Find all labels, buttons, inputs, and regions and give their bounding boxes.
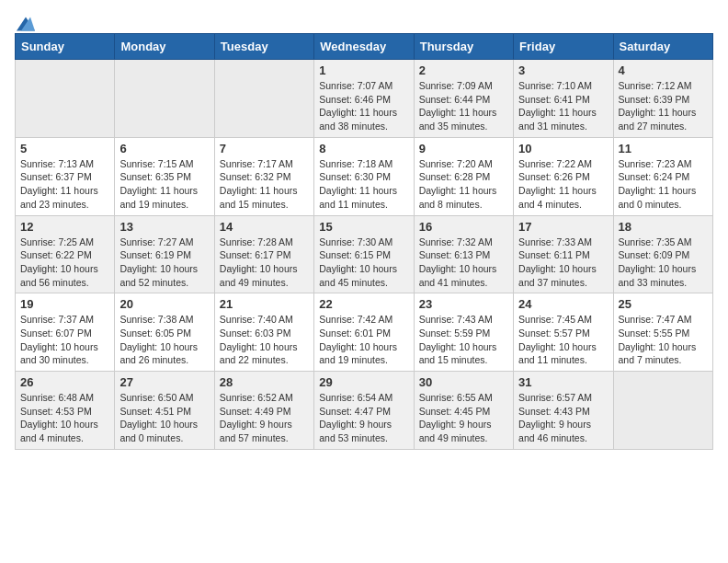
cell-content: Sunrise: 6:50 AM Sunset: 4:51 PM Dayligh… bbox=[119, 391, 209, 445]
cell-content: Sunrise: 7:40 AM Sunset: 6:03 PM Dayligh… bbox=[220, 313, 309, 367]
calendar-cell: 11Sunrise: 7:23 AM Sunset: 6:24 PM Dayli… bbox=[613, 137, 712, 215]
calendar-cell: 3Sunrise: 7:10 AM Sunset: 6:41 PM Daylig… bbox=[514, 60, 613, 138]
cell-content: Sunrise: 7:45 AM Sunset: 5:57 PM Dayligh… bbox=[518, 313, 608, 367]
calendar-cell: 14Sunrise: 7:28 AM Sunset: 6:17 PM Dayli… bbox=[214, 215, 313, 293]
calendar-cell: 31Sunrise: 6:57 AM Sunset: 4:43 PM Dayli… bbox=[514, 372, 613, 450]
header-tuesday: Tuesday bbox=[214, 34, 313, 60]
day-number: 16 bbox=[419, 220, 508, 234]
cell-content: Sunrise: 7:25 AM Sunset: 6:22 PM Dayligh… bbox=[20, 236, 109, 290]
calendar-cell: 28Sunrise: 6:52 AM Sunset: 4:49 PM Dayli… bbox=[214, 372, 313, 450]
calendar-cell: 22Sunrise: 7:42 AM Sunset: 6:01 PM Dayli… bbox=[314, 293, 414, 372]
day-number: 15 bbox=[319, 220, 408, 234]
cell-content: Sunrise: 7:37 AM Sunset: 6:07 PM Dayligh… bbox=[20, 313, 109, 367]
calendar-cell: 29Sunrise: 6:54 AM Sunset: 4:47 PM Dayli… bbox=[314, 372, 414, 450]
day-number: 24 bbox=[518, 297, 608, 311]
day-number: 5 bbox=[20, 142, 109, 155]
day-number: 19 bbox=[20, 297, 109, 311]
calendar-cell: 10Sunrise: 7:22 AM Sunset: 6:26 PM Dayli… bbox=[514, 137, 613, 215]
calendar-cell bbox=[214, 60, 313, 138]
day-number: 13 bbox=[119, 220, 209, 234]
logo bbox=[15, 15, 35, 26]
cell-content: Sunrise: 6:57 AM Sunset: 4:43 PM Dayligh… bbox=[518, 391, 608, 445]
header-monday: Monday bbox=[115, 34, 214, 60]
cell-content: Sunrise: 7:13 AM Sunset: 6:37 PM Dayligh… bbox=[20, 157, 109, 212]
cell-content: Sunrise: 6:48 AM Sunset: 4:53 PM Dayligh… bbox=[20, 391, 109, 445]
calendar-cell: 30Sunrise: 6:55 AM Sunset: 4:45 PM Dayli… bbox=[414, 372, 513, 450]
cell-content: Sunrise: 7:17 AM Sunset: 6:32 PM Dayligh… bbox=[220, 157, 309, 212]
cell-content: Sunrise: 7:18 AM Sunset: 6:30 PM Dayligh… bbox=[319, 157, 408, 212]
cell-content: Sunrise: 6:54 AM Sunset: 4:47 PM Dayligh… bbox=[319, 391, 408, 445]
calendar-cell: 12Sunrise: 7:25 AM Sunset: 6:22 PM Dayli… bbox=[16, 215, 115, 293]
cell-content: Sunrise: 7:07 AM Sunset: 6:46 PM Dayligh… bbox=[319, 79, 408, 133]
cell-content: Sunrise: 6:55 AM Sunset: 4:45 PM Dayligh… bbox=[419, 391, 508, 445]
day-number: 7 bbox=[220, 142, 309, 155]
calendar-cell: 26Sunrise: 6:48 AM Sunset: 4:53 PM Dayli… bbox=[16, 372, 115, 450]
day-number: 17 bbox=[518, 220, 608, 234]
cell-content: Sunrise: 7:35 AM Sunset: 6:09 PM Dayligh… bbox=[619, 236, 708, 290]
cell-content: Sunrise: 7:38 AM Sunset: 6:05 PM Dayligh… bbox=[119, 313, 209, 367]
day-number: 23 bbox=[419, 297, 508, 311]
day-number: 8 bbox=[319, 142, 408, 155]
page-header bbox=[15, 15, 713, 26]
day-number: 30 bbox=[419, 375, 508, 389]
calendar-cell: 16Sunrise: 7:32 AM Sunset: 6:13 PM Dayli… bbox=[414, 215, 513, 293]
calendar-table: SundayMondayTuesdayWednesdayThursdayFrid… bbox=[15, 33, 713, 450]
cell-content: Sunrise: 7:27 AM Sunset: 6:19 PM Dayligh… bbox=[119, 236, 209, 290]
calendar-cell: 27Sunrise: 6:50 AM Sunset: 4:51 PM Dayli… bbox=[115, 372, 214, 450]
cell-content: Sunrise: 7:15 AM Sunset: 6:35 PM Dayligh… bbox=[119, 157, 209, 212]
day-number: 31 bbox=[518, 375, 608, 389]
calendar-cell: 2Sunrise: 7:09 AM Sunset: 6:44 PM Daylig… bbox=[414, 60, 513, 138]
day-number: 3 bbox=[518, 63, 608, 77]
header-sunday: Sunday bbox=[16, 34, 115, 60]
header-friday: Friday bbox=[514, 34, 613, 60]
calendar-week-row: 19Sunrise: 7:37 AM Sunset: 6:07 PM Dayli… bbox=[16, 293, 713, 372]
calendar-cell: 5Sunrise: 7:13 AM Sunset: 6:37 PM Daylig… bbox=[16, 137, 115, 215]
calendar-week-row: 5Sunrise: 7:13 AM Sunset: 6:37 PM Daylig… bbox=[16, 137, 713, 215]
day-number: 10 bbox=[518, 142, 608, 155]
calendar-cell: 15Sunrise: 7:30 AM Sunset: 6:15 PM Dayli… bbox=[314, 215, 414, 293]
day-number: 14 bbox=[220, 220, 309, 234]
day-number: 9 bbox=[419, 142, 508, 155]
calendar-week-row: 12Sunrise: 7:25 AM Sunset: 6:22 PM Dayli… bbox=[16, 215, 713, 293]
calendar-cell: 23Sunrise: 7:43 AM Sunset: 5:59 PM Dayli… bbox=[414, 293, 513, 372]
calendar-cell bbox=[16, 60, 115, 138]
calendar-cell: 17Sunrise: 7:33 AM Sunset: 6:11 PM Dayli… bbox=[514, 215, 613, 293]
day-number: 11 bbox=[619, 142, 708, 155]
calendar-cell: 21Sunrise: 7:40 AM Sunset: 6:03 PM Dayli… bbox=[214, 293, 313, 372]
day-number: 1 bbox=[319, 63, 408, 77]
calendar-cell bbox=[115, 60, 214, 138]
day-number: 18 bbox=[619, 220, 708, 234]
day-number: 12 bbox=[20, 220, 109, 234]
calendar-cell: 1Sunrise: 7:07 AM Sunset: 6:46 PM Daylig… bbox=[314, 60, 414, 138]
calendar-cell: 6Sunrise: 7:15 AM Sunset: 6:35 PM Daylig… bbox=[115, 137, 214, 215]
cell-content: Sunrise: 7:12 AM Sunset: 6:39 PM Dayligh… bbox=[619, 79, 708, 133]
logo-icon bbox=[17, 17, 35, 31]
cell-content: Sunrise: 7:33 AM Sunset: 6:11 PM Dayligh… bbox=[518, 236, 608, 290]
calendar-cell: 9Sunrise: 7:20 AM Sunset: 6:28 PM Daylig… bbox=[414, 137, 513, 215]
cell-content: Sunrise: 7:30 AM Sunset: 6:15 PM Dayligh… bbox=[319, 236, 408, 290]
calendar-cell: 13Sunrise: 7:27 AM Sunset: 6:19 PM Dayli… bbox=[115, 215, 214, 293]
header-wednesday: Wednesday bbox=[314, 34, 414, 60]
calendar-cell bbox=[613, 372, 712, 450]
calendar-week-row: 1Sunrise: 7:07 AM Sunset: 6:46 PM Daylig… bbox=[16, 60, 713, 138]
day-number: 2 bbox=[419, 63, 508, 77]
cell-content: Sunrise: 7:20 AM Sunset: 6:28 PM Dayligh… bbox=[419, 157, 508, 212]
day-number: 22 bbox=[319, 297, 408, 311]
day-number: 27 bbox=[119, 375, 209, 389]
cell-content: Sunrise: 7:43 AM Sunset: 5:59 PM Dayligh… bbox=[419, 313, 508, 367]
calendar-cell: 8Sunrise: 7:18 AM Sunset: 6:30 PM Daylig… bbox=[314, 137, 414, 215]
cell-content: Sunrise: 7:09 AM Sunset: 6:44 PM Dayligh… bbox=[419, 79, 508, 133]
cell-content: Sunrise: 7:10 AM Sunset: 6:41 PM Dayligh… bbox=[518, 79, 608, 133]
calendar-cell: 20Sunrise: 7:38 AM Sunset: 6:05 PM Dayli… bbox=[115, 293, 214, 372]
cell-content: Sunrise: 7:32 AM Sunset: 6:13 PM Dayligh… bbox=[419, 236, 508, 290]
cell-content: Sunrise: 6:52 AM Sunset: 4:49 PM Dayligh… bbox=[220, 391, 309, 445]
calendar-cell: 25Sunrise: 7:47 AM Sunset: 5:55 PM Dayli… bbox=[613, 293, 712, 372]
calendar-cell: 18Sunrise: 7:35 AM Sunset: 6:09 PM Dayli… bbox=[613, 215, 712, 293]
calendar-cell: 24Sunrise: 7:45 AM Sunset: 5:57 PM Dayli… bbox=[514, 293, 613, 372]
calendar-header-row: SundayMondayTuesdayWednesdayThursdayFrid… bbox=[16, 34, 713, 60]
header-thursday: Thursday bbox=[414, 34, 513, 60]
day-number: 28 bbox=[220, 375, 309, 389]
day-number: 29 bbox=[319, 375, 408, 389]
day-number: 20 bbox=[119, 297, 209, 311]
cell-content: Sunrise: 7:22 AM Sunset: 6:26 PM Dayligh… bbox=[518, 157, 608, 212]
